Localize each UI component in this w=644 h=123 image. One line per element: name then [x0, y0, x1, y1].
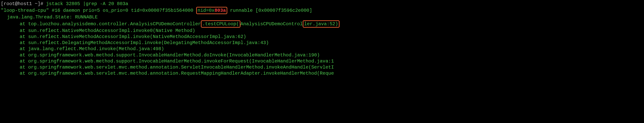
stack-frame-6: at org.springframework.web.method.suppor… [1, 52, 643, 58]
stack-frame-mid: AnalysisCPUDemoControl [240, 21, 303, 27]
stack-frame-9: at org.springframework.web.servlet.mvc.m… [1, 70, 643, 76]
thread-suffix: runnable [0x00007f3596c2e000] [227, 8, 312, 13]
command-text: jstack 32805 |grep -A 20 803a [46, 1, 128, 6]
stack-frame-3: at sun.reflect.NativeMethodAccessorImpl.… [1, 34, 643, 40]
thread-state-line: java.lang.Thread.State: RUNNABLE [1, 14, 643, 20]
command-line: [root@host1 ~]# jstack 32805 |grep -A 20… [1, 1, 643, 7]
stack-frame-8: at org.springframework.web.servlet.mvc.m… [1, 64, 643, 70]
shell-prompt: [root@host1 ~]# [1, 1, 46, 6]
method-highlight-box: .testCPULoop( [201, 20, 240, 28]
source-highlight-box: ler.java:52) [303, 20, 340, 28]
stack-frame-5: at java.lang.reflect.Method.invoke(Metho… [1, 46, 643, 52]
thread-prefix: "loop-thread-cpu" #16 daemon prio=5 os_p… [1, 8, 196, 13]
stack-frame-4: at sun.reflect.DelegatingMethodAccessorI… [1, 40, 643, 46]
stack-frame-2: at sun.reflect.NativeMethodAccessorImpl.… [1, 28, 643, 34]
stack-frame-prefix: at top.luozhou.analysisdemo.controller.A… [20, 21, 201, 27]
nid-value: 803a [214, 8, 226, 13]
stack-frame-7: at org.springframework.web.method.suppor… [1, 58, 643, 64]
terminal-output: [root@host1 ~]# jstack 32805 |grep -A 20… [1, 1, 643, 76]
thread-info-line: "loop-thread-cpu" #16 daemon prio=5 os_p… [1, 7, 643, 14]
nid-highlight-box: nid=0x803a [196, 7, 227, 14]
nid-prefix: nid=0x [198, 8, 214, 13]
stack-frame-1: at top.luozhou.analysisdemo.controller.A… [1, 20, 643, 28]
